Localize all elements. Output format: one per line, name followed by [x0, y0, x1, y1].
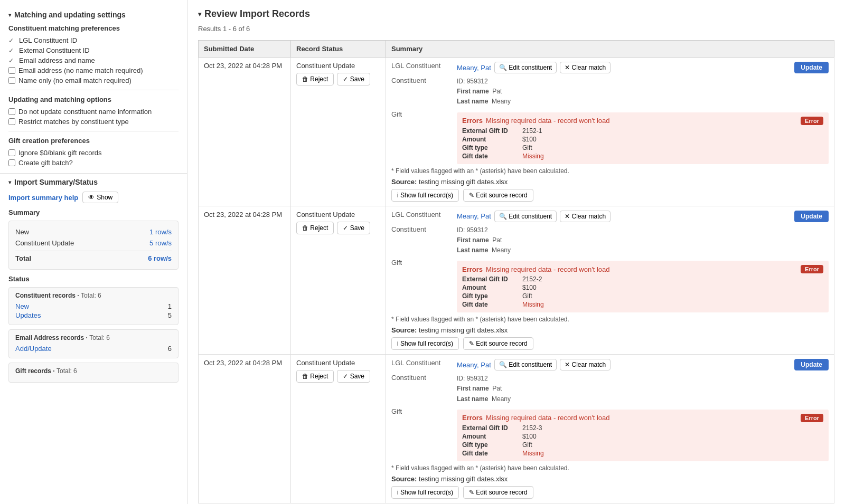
summary-new-row: New 1 row/s [15, 226, 172, 237]
gift-field-val: 2152-3 [522, 424, 823, 432]
gift-field-val: Missing [522, 153, 823, 160]
pref-item-email-name: ✓ Email address and name [8, 56, 179, 64]
gift-error-msg: Missing required data - record won't loa… [486, 265, 797, 273]
summary-total-val: 6 row/s [148, 254, 172, 262]
import-summary-section: ▾ Import Summary/Status Import summary h… [0, 174, 187, 391]
lgl-constituent-row: LGL Constituent Meany, Pat 🔍 Edit consti… [391, 211, 829, 222]
chevron-icon: ▾ [8, 179, 11, 185]
gift-label: Gift [391, 110, 455, 118]
gift-row: Gift Errors Missing required data - reco… [391, 259, 829, 312]
opt-checkbox-no-update[interactable] [8, 108, 15, 115]
constituent-link[interactable]: Meany, Pat [457, 361, 491, 369]
edit-constituent-button[interactable]: 🔍 Edit constituent [494, 359, 557, 370]
edit-source-record-button[interactable]: ✎ Edit source record [463, 337, 533, 350]
summary-cell: LGL Constituent Meany, Pat 🔍 Edit consti… [386, 206, 834, 355]
gift-fields: External Gift ID 2152-1 Amount $100 Gift… [462, 127, 823, 160]
pref-item-email-only[interactable]: Email address (no name match required) [8, 66, 179, 74]
update-button[interactable]: Update [794, 359, 829, 370]
pref-checkbox-name-only[interactable] [8, 77, 15, 84]
edit-constituent-button[interactable]: 🔍 Edit constituent [494, 62, 557, 73]
pref-label-external: External Constituent ID [19, 46, 90, 54]
edit-constituent-button[interactable]: 🔍 Edit constituent [494, 211, 557, 222]
gift-label-ignore-blank: Ignore $0/blank gift records [18, 149, 102, 157]
constituent-sub-info: ID: 959312 First name Pat Last name Mean… [457, 374, 829, 404]
gift-label: Gift [391, 407, 455, 415]
record-buttons: i Show full record(s) ✎ Edit source reco… [391, 337, 829, 350]
constituent-records-title: Constituent records · Total: 6 [15, 292, 172, 299]
opt-no-update-name[interactable]: Do not update constituent name informati… [8, 108, 179, 116]
constituent-info: Meany, Pat 🔍 Edit constituent ✕ Clear ma… [457, 359, 611, 370]
pref-checkbox-email-only[interactable] [8, 67, 15, 74]
constituent-link[interactable]: Meany, Pat [457, 212, 491, 220]
gift-error-label: Errors [462, 414, 483, 422]
status-section: Status Constituent records · Total: 6 Ne… [8, 275, 179, 383]
table-row: Oct 23, 2022 at 04:28 PM Constituent Upd… [199, 355, 834, 503]
lgl-constituent-row: LGL Constituent Meany, Pat 🔍 Edit consti… [391, 359, 829, 370]
email-records-title: Email Address records · Total: 6 [15, 334, 172, 341]
edit-source-record-button[interactable]: ✎ Edit source record [463, 189, 533, 202]
save-button[interactable]: ✓ Save [337, 73, 370, 85]
save-button[interactable]: ✓ Save [337, 370, 370, 383]
constituent-info: Meany, Pat 🔍 Edit constituent ✕ Clear ma… [457, 62, 611, 73]
opt-checkbox-restrict[interactable] [8, 118, 15, 125]
update-button[interactable]: Update [794, 62, 829, 73]
eye-icon: 👁 [88, 194, 95, 201]
gift-pref-ignore-blank[interactable]: Ignore $0/blank gift records [8, 149, 179, 157]
reject-button[interactable]: 🗑 Reject [296, 73, 334, 85]
import-summary-help-link[interactable]: Import summary help [8, 194, 78, 202]
action-buttons: 🗑 Reject ✓ Save [296, 370, 380, 383]
check-icon: ✓ [8, 37, 16, 44]
gift-records-total: Total: 6 [57, 367, 77, 375]
constituent-header: Meany, Pat 🔍 Edit constituent ✕ Clear ma… [457, 359, 829, 370]
show-full-record-button[interactable]: i Show full record(s) [391, 337, 459, 350]
status-updates-item: Updates 5 [15, 311, 172, 319]
col-header-date: Submitted Date [199, 41, 291, 58]
action-buttons: 🗑 Reject ✓ Save [296, 222, 380, 234]
constituent-link[interactable]: Meany, Pat [457, 64, 491, 72]
summary-label: Summary [8, 208, 179, 216]
gift-error-msg: Missing required data - record won't loa… [486, 117, 797, 125]
gift-row: Gift Errors Missing required data - reco… [391, 407, 829, 461]
gift-field-label: Gift date [462, 153, 520, 160]
pref-label-email-only: Email address (no name match required) [18, 66, 143, 74]
clear-match-button[interactable]: ✕ Clear match [560, 62, 611, 73]
gift-field-val: Gift [522, 292, 823, 300]
gift-field-label: Amount [462, 433, 520, 440]
reject-button[interactable]: 🗑 Reject [296, 222, 334, 234]
matching-section-header[interactable]: ▾ Matching and updating settings [8, 11, 179, 19]
calc-note: * Field values flagged with an * (asteri… [391, 316, 829, 323]
updating-matching-label: Updating and matching options [8, 96, 179, 103]
gift-pref-batch[interactable]: Create gift batch? [8, 159, 179, 167]
import-summary-help-row: Import summary help 👁 Show [8, 192, 179, 203]
date-cell: Oct 23, 2022 at 04:28 PM [199, 355, 291, 503]
gift-checkbox-ignore-blank[interactable] [8, 149, 15, 156]
opt-label-no-update: Do not update constituent name informati… [18, 108, 152, 116]
check-icon: ✓ [8, 47, 16, 54]
page-title: Review Import Records [204, 8, 310, 20]
constituent-sub-info: ID: 959312 First name Pat Last name Mean… [457, 77, 829, 107]
show-full-record-button[interactable]: i Show full record(s) [391, 486, 459, 499]
status-addupdate-label: Add/Update [15, 345, 52, 353]
records-table: Submitted Date Record Status Summary Oct… [198, 40, 834, 503]
show-full-record-button[interactable]: i Show full record(s) [391, 189, 459, 202]
summary-block: New 1 row/s Constituent Update 5 row/s T… [8, 221, 179, 270]
save-button[interactable]: ✓ Save [337, 222, 370, 234]
import-summary-header[interactable]: ▾ Import Summary/Status [8, 178, 179, 186]
edit-source-record-button[interactable]: ✎ Edit source record [463, 486, 533, 499]
status-label: Constituent Update [296, 62, 380, 70]
constituent-section-label: Constituent [391, 374, 455, 382]
summary-constituent-update-val: 5 row/s [149, 239, 172, 247]
show-button[interactable]: 👁 Show [82, 192, 118, 203]
table-row: Oct 23, 2022 at 04:28 PM Constituent Upd… [199, 58, 834, 206]
clear-match-button[interactable]: ✕ Clear match [560, 211, 611, 222]
clear-match-button[interactable]: ✕ Clear match [560, 359, 611, 370]
opt-restrict-matches[interactable]: Restrict matches by constituent type [8, 118, 179, 126]
reject-button[interactable]: 🗑 Reject [296, 370, 334, 383]
gift-checkbox-batch[interactable] [8, 159, 15, 166]
gift-field-label: Gift type [462, 292, 520, 300]
update-button[interactable]: Update [794, 211, 829, 222]
pref-item-name-only[interactable]: Name only (no email match required) [8, 77, 179, 84]
gift-field-val: Missing [522, 301, 823, 308]
status-addupdate-val: 6 [168, 345, 172, 353]
status-new-val: 1 [168, 302, 172, 310]
